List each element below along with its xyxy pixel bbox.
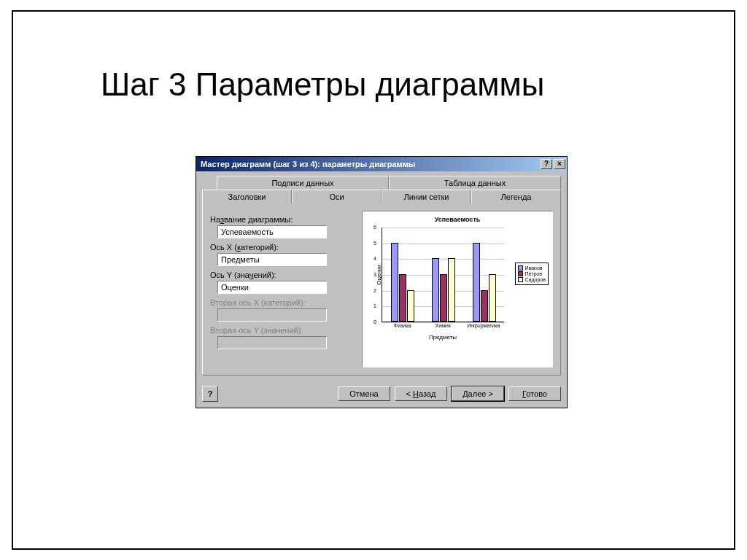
bar bbox=[407, 290, 414, 322]
cancel-button[interactable]: Отмена bbox=[338, 386, 390, 401]
legend-item: Сидоров bbox=[518, 277, 546, 282]
legend-item: Петров bbox=[518, 271, 546, 276]
chart-preview: Успеваемость Оценки 0123456ФизикаХимияИн… bbox=[362, 211, 553, 368]
axis-y2-input bbox=[217, 336, 327, 349]
legend-label: Иванов bbox=[525, 265, 543, 271]
x-tick: Химия bbox=[423, 322, 463, 328]
axis-x2-label: Вторая ось X (категорий): bbox=[210, 298, 356, 307]
bar-group bbox=[425, 258, 462, 322]
tab-content: Название диаграммы: Ось X (категорий): О… bbox=[202, 203, 561, 376]
chart-title-label: Название диаграммы: bbox=[210, 215, 356, 224]
axis-y2-label: Вторая ось Y (значений): bbox=[210, 326, 356, 335]
preview-chart-title: Успеваемость bbox=[367, 216, 548, 223]
legend-swatch bbox=[518, 265, 523, 271]
close-button[interactable]: × bbox=[554, 159, 565, 169]
chart-plot-area: Оценки 0123456ФизикаХимияИнформатика bbox=[382, 228, 504, 322]
bar bbox=[448, 258, 455, 322]
y-tick: 0 bbox=[374, 319, 376, 324]
bar-group bbox=[466, 243, 503, 322]
tab-legend[interactable]: Легенда bbox=[471, 190, 561, 203]
help-button[interactable]: ? bbox=[202, 386, 218, 402]
y-axis-label: Оценки bbox=[376, 265, 382, 285]
bar bbox=[432, 258, 439, 322]
tab-titles[interactable]: Заголовки bbox=[202, 190, 292, 203]
slide-title: Шаг 3 Параметры диаграммы bbox=[101, 66, 544, 103]
tab-data-table[interactable]: Таблица данных bbox=[389, 176, 561, 190]
titlebar-text: Мастер диаграмм (шаг 3 из 4): параметры … bbox=[201, 160, 539, 168]
axis-x-label: Ось X (категорий): bbox=[210, 243, 356, 252]
dialog-body: Подписи данных Таблица данных Заголовки … bbox=[196, 171, 567, 381]
bar bbox=[440, 274, 447, 322]
bar bbox=[473, 243, 480, 322]
titlebar: Мастер диаграмм (шаг 3 из 4): параметры … bbox=[196, 157, 567, 171]
button-row: ? Отмена < Назад Далее > Готово bbox=[196, 381, 567, 408]
x-tick: Физика bbox=[382, 322, 422, 328]
legend-swatch bbox=[518, 277, 523, 282]
bar bbox=[399, 274, 406, 322]
legend-item: Иванов bbox=[518, 265, 546, 271]
y-tick: 2 bbox=[374, 287, 376, 292]
tab-row-back: Подписи данных Таблица данных bbox=[217, 176, 561, 190]
gridline bbox=[382, 228, 504, 228]
form-column: Название диаграммы: Ось X (категорий): О… bbox=[210, 211, 356, 368]
chart-legend: ИвановПетровСидоров bbox=[515, 262, 549, 285]
y-tick: 5 bbox=[374, 240, 376, 245]
x-axis-label: Предметы bbox=[382, 334, 504, 341]
x-tick: Информатика bbox=[463, 322, 503, 328]
axis-x2-input bbox=[217, 308, 327, 322]
chart-title-input[interactable] bbox=[217, 225, 327, 238]
tab-row-front: Заголовки Оси Линии сетки Легенда bbox=[202, 190, 561, 203]
bar-group bbox=[384, 243, 421, 322]
axis-x-input[interactable] bbox=[217, 253, 327, 266]
y-tick: 4 bbox=[374, 256, 376, 261]
tab-gridlines[interactable]: Линии сетки bbox=[382, 190, 471, 203]
legend-label: Петров bbox=[525, 271, 542, 276]
axis-y-label: Ось Y (значений): bbox=[210, 271, 356, 279]
y-tick: 1 bbox=[374, 303, 376, 308]
y-tick: 3 bbox=[374, 272, 376, 277]
bar bbox=[481, 290, 488, 322]
next-button[interactable]: Далее > bbox=[452, 386, 504, 401]
y-tick: 6 bbox=[374, 225, 376, 230]
axis-y-input[interactable] bbox=[217, 281, 327, 294]
tab-data-labels[interactable]: Подписи данных bbox=[217, 176, 389, 190]
legend-label: Сидоров bbox=[525, 277, 546, 282]
legend-swatch bbox=[518, 271, 523, 276]
tab-axes[interactable]: Оси bbox=[292, 190, 382, 203]
slide-frame: Шаг 3 Параметры диаграммы Мастер диаграм… bbox=[12, 10, 735, 550]
bar bbox=[489, 274, 496, 322]
back-button[interactable]: < Назад bbox=[395, 386, 447, 401]
finish-button[interactable]: Готово bbox=[508, 386, 561, 401]
bar bbox=[391, 243, 398, 322]
chart-wizard-dialog: Мастер диаграмм (шаг 3 из 4): параметры … bbox=[196, 156, 568, 408]
help-titlebar-button[interactable]: ? bbox=[541, 159, 552, 169]
